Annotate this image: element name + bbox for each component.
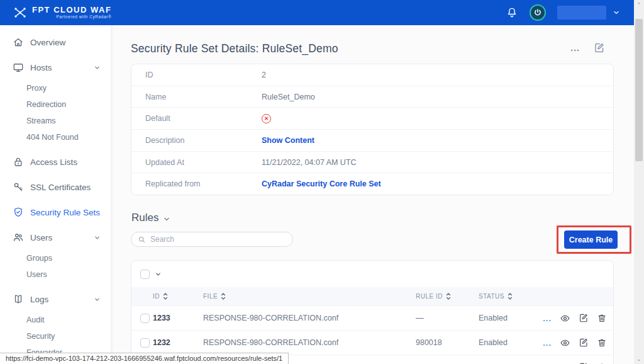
detail-value: RuleSet_Demo [262,93,315,101]
detail-value: 11/21/2022, 04:07 AM UTC [262,158,357,167]
fpt-cloud-logo-icon [13,5,28,20]
logo-subtitle: Partnered with CyRadar® [32,15,111,20]
sidebar-item-users-group[interactable]: Users [0,225,111,250]
row-checkbox[interactable] [140,314,150,323]
detail-row-id: ID 2 [131,64,613,86]
column-header-status[interactable]: STATUS [479,292,541,300]
sidebar-item-label: Overview [30,38,101,47]
search-input[interactable] [150,235,286,244]
sidebar-item-logs[interactable]: Logs [0,287,111,312]
ruleset-details-card: ID 2 Name RuleSet_Demo Default ✕ Descrip… [131,64,614,195]
sidebar-item-404-not-found[interactable]: 404 Not Found [0,129,111,145]
chevron-down-icon [613,9,620,16]
show-content-link[interactable]: Show Content [262,136,314,145]
scroll-down-icon[interactable]: ⌄ [636,354,641,364]
sidebar-item-hosts[interactable]: Hosts [0,55,111,80]
detail-label: ID [145,71,262,79]
row-more-button[interactable]: ... [543,314,552,323]
edit-ruleset-icon[interactable] [594,42,605,54]
table-row: 1233 RESPONSE-980-CORRELATION.conf — Ena… [131,305,613,330]
main-content: Security Rule Set Details: RuleSet_Demo … [111,25,634,364]
sidebar-item-users[interactable]: Users [0,266,111,283]
shield-check-icon [13,207,24,218]
cell-rule-id: — [416,314,479,322]
power-logout-button[interactable] [530,4,546,21]
sidebar-item-redirection[interactable]: Redirection [0,96,111,113]
chevron-down-icon [94,64,101,71]
default-false-icon: ✕ [262,114,271,123]
monitor-icon [13,62,24,73]
sidebar-item-label: Logs [30,295,94,304]
sidebar-item-security-log[interactable]: Security [0,328,111,344]
cell-status: Enabled [479,338,541,347]
bulk-actions-chevron-icon[interactable] [155,271,162,278]
view-rule-icon[interactable] [560,338,570,348]
more-options-button[interactable]: ... [570,43,580,53]
column-header-id[interactable]: ID [153,292,203,300]
row-checkbox[interactable] [140,338,150,348]
column-header-rule-id[interactable]: RULE ID [416,292,479,300]
detail-label: Updated At [145,158,262,167]
scrollbar-thumb[interactable] [635,19,643,161]
key-icon [13,181,24,193]
edit-rule-icon[interactable] [579,313,589,323]
detail-row-default: Default ✕ [131,108,613,130]
rules-heading-label: Rules [131,212,158,224]
sidebar-item-proxy[interactable]: Proxy [0,80,111,96]
browser-scrollbar[interactable]: ⌃ ⌄ [634,0,644,364]
users-icon [13,232,24,243]
row-more-button[interactable]: ... [543,338,552,348]
user-account-menu[interactable] [557,6,620,20]
chevron-down-icon [163,215,170,223]
column-label: STATUS [479,293,504,300]
create-rule-button[interactable]: Create Rule [564,230,618,249]
select-all-checkbox[interactable] [140,270,150,279]
sort-icon [508,292,513,300]
sidebar-item-label: Redirection [26,100,66,109]
sidebar-item-access-lists[interactable]: Access Lists [0,149,111,174]
sidebar-nav: Overview Hosts Proxy Redirection Streams… [0,25,111,364]
sidebar-item-ssl-certificates[interactable]: SSL Certificates [0,174,111,200]
sidebar-item-label: Users [26,270,47,279]
sidebar-item-overview[interactable]: Overview [0,30,111,55]
delete-rule-icon[interactable] [597,313,607,323]
sidebar-item-label: Proxy [26,84,47,93]
detail-row-replicated-from: Replicated from CyRadar Security Core Ru… [131,173,613,195]
sidebar-item-streams[interactable]: Streams [0,113,111,129]
column-label: FILE [203,293,218,300]
delete-rule-icon[interactable] [597,338,607,348]
detail-value: 2 [262,71,266,79]
search-icon [138,236,146,244]
lock-icon [13,156,24,168]
sidebar-item-label: Audit [26,316,45,324]
sidebar-item-label: Security Rule Sets [30,208,101,217]
view-rule-icon[interactable] [560,313,570,324]
sidebar-item-label: Access Lists [30,157,101,167]
detail-label: Default [145,114,262,123]
sidebar-item-audit[interactable]: Audit [0,312,111,328]
sidebar-item-groups[interactable]: Groups [0,250,111,266]
replicated-from-link[interactable]: CyRadar Security Core Rule Set [262,179,381,188]
sort-icon [221,292,226,300]
top-header-bar: FPT CLOUD WAF Partnered with CyRadar® [0,0,634,25]
browser-status-url: https://fci-demo-vpc-103-174-212-203-166… [0,353,289,364]
cell-id: 1232 [153,338,203,347]
bulk-actions-row [131,261,613,287]
user-name-redacted [557,6,606,20]
cell-id: 1233 [153,314,203,322]
detail-label: Replicated from [145,179,262,188]
rules-search [131,232,293,247]
sidebar-item-label: Streams [26,117,56,125]
sidebar-item-security-rule-sets[interactable]: Security Rule Sets [0,200,111,225]
column-header-file[interactable]: FILE [203,292,416,300]
column-label: RULE ID [416,293,443,300]
view-rule-icon[interactable] [560,362,570,364]
scroll-up-icon[interactable]: ⌃ [636,0,641,10]
book-icon [13,293,24,305]
edit-rule-icon[interactable] [579,338,589,348]
sidebar-item-label: Security [26,332,55,341]
detail-label: Description [145,136,262,145]
rules-section-heading[interactable]: Rules [131,212,170,224]
notification-bell-icon[interactable] [506,6,518,19]
sidebar-item-label: Groups [26,254,52,263]
